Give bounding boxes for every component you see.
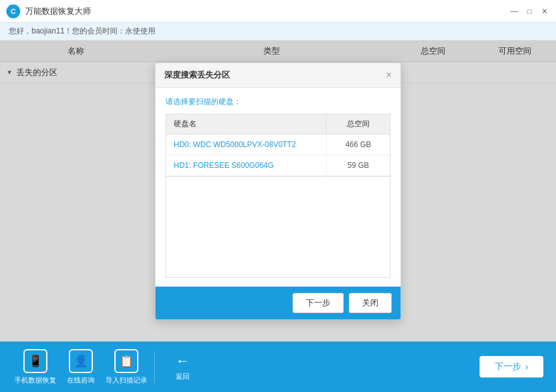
online-consult-icon: 👤 (69, 349, 93, 373)
phone-recovery-icon: 📱 (23, 349, 47, 373)
toolbar-divider (154, 351, 155, 383)
modal-next-button[interactable]: 下一步 (293, 293, 344, 313)
disk-table-body: HD0: WDC WD5000LPVX-08V0TT2 466 GB HD1: … (166, 134, 390, 177)
disk-size-0: 466 GB (327, 134, 390, 155)
window-controls: — □ ✕ (509, 6, 550, 16)
tool-import-scan[interactable]: 📋 导入扫描记录 (104, 345, 149, 389)
bottom-next-chevron: › (525, 362, 528, 372)
disk-name-1: HD1: FORESEE S600G064G (166, 155, 327, 175)
disk-table-header: 硬盘名 总空间 (166, 114, 390, 134)
modal-title: 深度搜索丢失分区 (164, 69, 230, 81)
disk-name-0: HD0: WDC WD5000LPVX-08V0TT2 (166, 134, 327, 155)
back-button[interactable]: ← 返回 (160, 345, 205, 389)
app-title: 万能数据恢复大师 (25, 6, 509, 17)
disk-row-1[interactable]: HD1: FORESEE S600G064G 59 GB (166, 155, 390, 176)
bottom-next-button[interactable]: 下一步 › (480, 356, 543, 377)
tool-phone-recovery[interactable]: 📱 手机数据恢复 (13, 345, 58, 389)
bottom-bar: 📱 手机数据恢复 👤 在线咨询 📋 导入扫描记录 ← 返回 下一步 › (0, 342, 556, 392)
back-arrow-icon: ← (176, 353, 190, 369)
user-bar: 您好，baojian11！您的会员时间：永使使用 (0, 23, 556, 40)
disk-col-size: 总空间 (327, 114, 390, 134)
user-info: 您好，baojian11！您的会员时间：永使使用 (9, 26, 155, 37)
modal-footer: 下一步 关闭 (155, 287, 401, 319)
tool-online-consult[interactable]: 👤 在线咨询 (58, 345, 104, 389)
disk-col-name: 硬盘名 (166, 114, 327, 134)
import-scan-icon: 📋 (114, 349, 138, 373)
dialog-deep-search: 深度搜索丢失分区 × 请选择要扫描的硬盘： 硬盘名 总空间 HD0: WDC W… (155, 62, 401, 320)
close-button[interactable]: ✕ (540, 6, 550, 16)
tool-consult-label: 在线咨询 (67, 376, 95, 385)
tool-import-label: 导入扫描记录 (106, 376, 147, 385)
disk-table-spacer (166, 177, 390, 278)
disk-size-1: 59 GB (327, 155, 390, 175)
modal-prompt: 请选择要扫描的硬盘： (166, 97, 390, 107)
minimize-button[interactable]: — (509, 6, 519, 16)
modal-close-action-button[interactable]: 关闭 (349, 293, 392, 313)
modal-body: 请选择要扫描的硬盘： 硬盘名 总空间 HD0: WDC WD5000LPVX-0… (155, 88, 401, 278)
modal-header: 深度搜索丢失分区 × (155, 63, 401, 88)
app-logo: C (6, 4, 20, 18)
tool-phone-label: 手机数据恢复 (15, 376, 56, 385)
main-area: 名称 类型 总空间 可用空间 ▼ 丢失的分区 深度搜索丢失分区 × 请选择要扫描… (0, 40, 556, 342)
modal-overlay: 深度搜索丢失分区 × 请选择要扫描的硬盘： 硬盘名 总空间 HD0: WDC W… (0, 40, 556, 342)
maximize-button[interactable]: □ (524, 6, 535, 16)
modal-close-button[interactable]: × (386, 70, 392, 80)
back-label: 返回 (176, 372, 190, 381)
disk-row-0[interactable]: HD0: WDC WD5000LPVX-08V0TT2 466 GB (166, 134, 390, 155)
title-bar: C 万能数据恢复大师 — □ ✕ (0, 0, 556, 23)
bottom-next-label: 下一步 (495, 361, 521, 372)
